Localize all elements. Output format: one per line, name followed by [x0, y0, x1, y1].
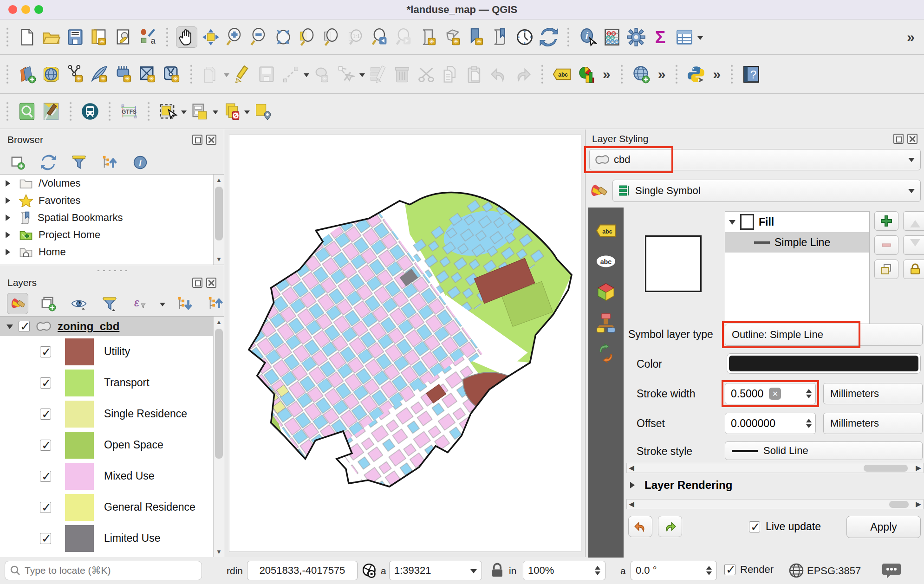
python-console-icon[interactable] — [685, 64, 707, 85]
toolbar-overflow[interactable]: » — [713, 66, 720, 82]
stepper-up-icon[interactable] — [806, 386, 812, 393]
save-project-icon[interactable] — [65, 26, 86, 48]
rotation-spinbox[interactable]: 0.0 ° — [631, 561, 717, 580]
new-spatial-bookmark-icon[interactable]: ✳ — [466, 26, 487, 48]
browser-item-volumes[interactable]: /Volumes — [0, 175, 224, 192]
collapse-all-icon[interactable] — [205, 293, 226, 314]
manage-visibility-icon[interactable] — [68, 293, 90, 314]
filter-legend-icon[interactable] — [99, 293, 120, 314]
style-manager-icon[interactable]: a — [137, 26, 158, 48]
toolbar-grip[interactable] — [5, 63, 10, 85]
browser-scrollbar[interactable]: ▲ ▼ — [213, 175, 224, 265]
expand-caret-icon[interactable] — [6, 180, 13, 187]
new-map-view-icon[interactable]: ✳ — [417, 26, 439, 48]
expand-caret-icon[interactable] — [630, 482, 638, 488]
browser-collapse-all-icon[interactable] — [99, 152, 120, 173]
options-gear-icon[interactable] — [625, 26, 647, 48]
expression-filter-dropdown[interactable] — [160, 303, 165, 309]
select-features-dropdown[interactable] — [181, 110, 187, 117]
legend-checkbox[interactable] — [40, 533, 51, 544]
layer-visibility-checkbox[interactable] — [19, 321, 30, 332]
coordinate-box[interactable]: 2051833,-4017575 — [247, 561, 358, 580]
toolbar-overflow[interactable]: » — [907, 29, 914, 45]
stroke-width-spinbox[interactable]: 0.5000 ✕ — [725, 383, 816, 404]
apply-button[interactable]: Apply — [846, 516, 921, 538]
legend-item-open-space[interactable]: Open Space — [0, 429, 224, 461]
expand-caret-icon[interactable] — [6, 214, 13, 221]
lock-scale-icon[interactable] — [490, 563, 504, 578]
attribute-table-dropdown[interactable] — [697, 36, 703, 43]
vertex-tool-dropdown[interactable] — [359, 73, 365, 80]
style-redo-button[interactable] — [658, 516, 682, 537]
show-sum-icon[interactable]: Σ — [650, 26, 671, 48]
toolbar-grip[interactable] — [674, 63, 679, 85]
zoom-out-icon[interactable] — [248, 26, 270, 48]
modify-attributes-icon[interactable] — [367, 64, 389, 85]
browser-properties-icon[interactable]: i — [130, 152, 151, 173]
identify-features-icon[interactable]: i — [577, 26, 599, 48]
digitize-dropdown[interactable] — [304, 73, 309, 80]
add-group-icon[interactable] — [38, 293, 59, 314]
attribute-table-icon[interactable] — [674, 26, 695, 48]
locator-input[interactable] — [25, 565, 182, 576]
layers-float-button[interactable] — [192, 278, 202, 288]
current-edits-icon[interactable] — [200, 64, 221, 85]
labels-tab-icon[interactable]: abc — [596, 221, 616, 241]
add-symbol-layer-button[interactable] — [874, 211, 898, 231]
layers-scrollbar[interactable]: ▲ ▼ — [213, 317, 224, 557]
toolbar-overflow[interactable]: » — [603, 66, 610, 82]
collapse-caret-icon[interactable] — [729, 220, 735, 228]
zoom-in-icon[interactable] — [224, 26, 246, 48]
toolbar-overflow[interactable]: » — [658, 66, 665, 82]
styling-hscrollbar-2[interactable]: ◀ ▶ — [626, 499, 924, 509]
remove-symbol-layer-button[interactable] — [874, 235, 898, 255]
legend-item-utility[interactable]: Utility — [0, 336, 224, 367]
expand-all-icon[interactable] — [174, 293, 195, 314]
open-layer-styling-icon[interactable] — [7, 293, 28, 314]
panel-resize-handle[interactable] — [96, 269, 128, 273]
renderer-combo[interactable]: Single Symbol — [612, 180, 921, 202]
symbol-layer-type-combo[interactable]: Outline: Simple Line — [725, 324, 923, 346]
deselect-all-dropdown[interactable] — [244, 110, 250, 117]
new-geopackage-layer-icon[interactable]: ✳ — [89, 64, 110, 85]
browser-add-layer-icon[interactable] — [7, 152, 28, 173]
messages-icon[interactable] — [881, 562, 902, 580]
osm-place-search-icon[interactable] — [16, 101, 38, 122]
browser-refresh-icon[interactable] — [38, 152, 59, 173]
toolbar-grip[interactable] — [189, 63, 194, 85]
toolbar-grip[interactable] — [619, 63, 625, 85]
deselect-all-icon[interactable] — [221, 101, 242, 122]
expression-filter-icon[interactable]: ε — [130, 293, 151, 314]
toggle-editing-icon[interactable] — [232, 64, 253, 85]
legend-checkbox[interactable] — [40, 377, 51, 389]
current-edits-dropdown[interactable] — [224, 73, 229, 80]
zoom-next-icon[interactable] — [393, 26, 415, 48]
undo-icon[interactable] — [488, 64, 509, 85]
stepper-down-icon[interactable] — [806, 395, 812, 401]
diagrams-tab-icon[interactable] — [596, 312, 616, 333]
expand-caret-icon[interactable] — [6, 197, 13, 204]
toolbar-grip[interactable] — [540, 63, 545, 85]
save-edits-icon[interactable] — [256, 64, 277, 85]
add-wms-globe-icon[interactable] — [631, 64, 652, 85]
lock-color-button[interactable] — [903, 260, 924, 279]
view-3d-tab-icon[interactable] — [596, 282, 616, 302]
toolbar-grip[interactable] — [68, 100, 73, 123]
toolbar-grip[interactable] — [107, 100, 112, 123]
toolbar-grip[interactable] — [729, 63, 735, 85]
scale-combo[interactable]: 1:39321 — [389, 561, 482, 580]
legend-item-transport[interactable]: Transport — [0, 367, 224, 398]
new-print-layout-icon[interactable]: ✳ — [89, 26, 110, 48]
symbol-tree-fill-row[interactable]: Fill — [725, 212, 869, 232]
legend-checkbox[interactable] — [40, 346, 51, 357]
layout-manager-icon[interactable] — [113, 26, 134, 48]
style-undo-button[interactable] — [628, 516, 652, 537]
select-features-tool[interactable] — [157, 101, 179, 122]
clear-value-icon[interactable]: ✕ — [769, 388, 781, 400]
move-up-button[interactable] — [903, 211, 924, 231]
browser-item-favorites[interactable]: Favorites — [0, 192, 224, 209]
layer-row-zoning-cbd[interactable]: zoning_cbd — [0, 317, 224, 336]
history-tab-icon[interactable] — [596, 343, 616, 363]
legend-checkbox[interactable] — [40, 440, 51, 451]
toolbar-grip[interactable] — [146, 100, 151, 123]
